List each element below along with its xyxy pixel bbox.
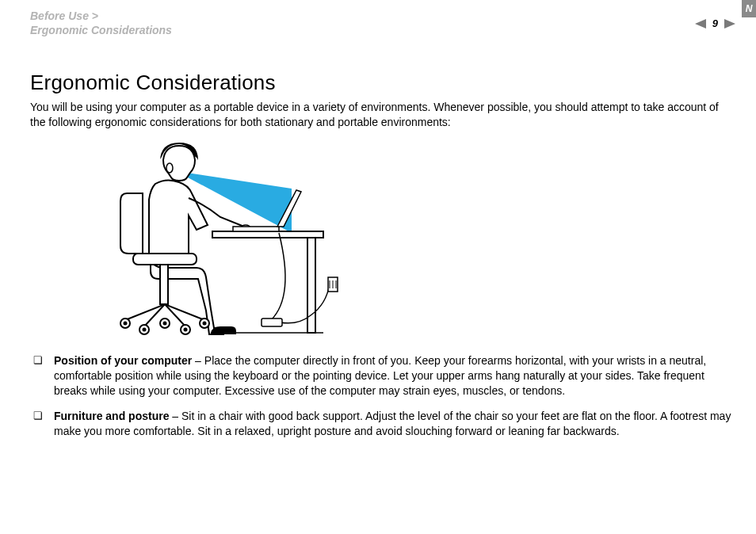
breadcrumb: Before Use > Ergonomic Considerations: [30, 10, 172, 37]
bullet-bold: Position of your computer: [54, 354, 192, 367]
breadcrumb-line2: Ergonomic Considerations: [30, 24, 172, 36]
list-item: Position of your computer – Place the co…: [30, 353, 735, 399]
header: Before Use > Ergonomic Considerations 9: [30, 10, 735, 37]
svg-marker-0: [695, 19, 706, 29]
page-flag: N: [742, 0, 756, 17]
bullet-bold: Furniture and posture: [54, 410, 169, 422]
svg-rect-17: [212, 231, 323, 238]
document-page: N Before Use > Ergonomic Considerations …: [0, 0, 756, 534]
svg-point-16: [203, 321, 207, 325]
bullet-list: Position of your computer – Place the co…: [30, 353, 735, 439]
page-nav: 9: [695, 10, 735, 30]
list-item: Furniture and posture – Sit in a chair w…: [30, 409, 735, 439]
svg-rect-19: [262, 318, 282, 326]
svg-marker-1: [724, 19, 735, 29]
svg-point-14: [184, 327, 188, 331]
page-number: 9: [712, 17, 718, 30]
ergonomic-posture-illustration: [109, 138, 735, 345]
svg-point-10: [143, 327, 147, 331]
svg-rect-5: [133, 254, 197, 265]
svg-rect-6: [160, 265, 168, 304]
prev-page-icon[interactable]: [695, 19, 706, 29]
svg-point-12: [163, 321, 167, 325]
page-title: Ergonomic Considerations: [30, 71, 735, 95]
breadcrumb-line1: Before Use >: [30, 10, 98, 22]
next-page-icon[interactable]: [724, 19, 735, 29]
intro-paragraph: You will be using your computer as a por…: [30, 100, 735, 130]
svg-point-8: [124, 321, 128, 325]
svg-point-3: [166, 163, 173, 173]
svg-rect-18: [307, 238, 315, 333]
